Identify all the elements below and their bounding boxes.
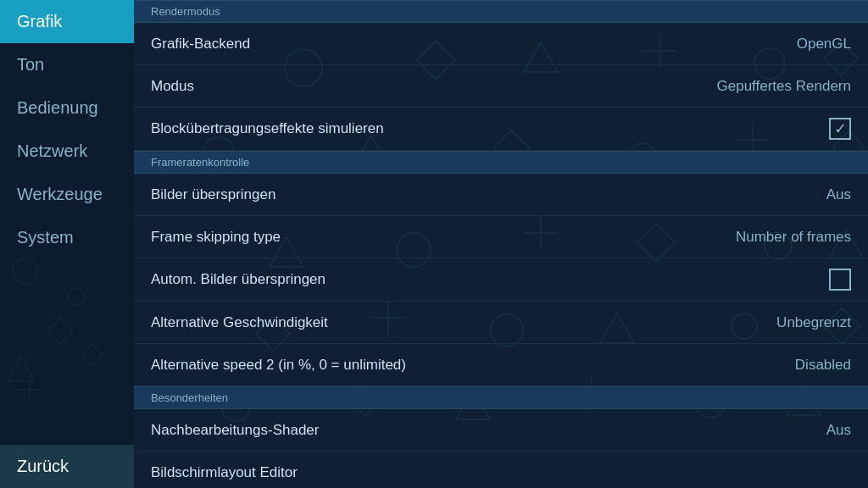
svg-point-5 bbox=[68, 288, 85, 305]
settings-content: Rendermodus Grafik-Backend OpenGL Modus … bbox=[134, 0, 868, 488]
sidebar-item-bedienung[interactable]: Bedienung bbox=[0, 86, 134, 130]
section-header-besonderheiten: Besonderheiten bbox=[134, 386, 868, 409]
setting-autom-bilder[interactable]: Autom. Bilder überspringen bbox=[134, 258, 868, 302]
sidebar: Grafik Ton Bedienung Netzwerk Werkzeuge … bbox=[0, 0, 134, 488]
setting-block-uebertragung[interactable]: Blockübertragungseffekte simulieren ✓ bbox=[134, 108, 868, 151]
setting-nachbearbeitungs-shader[interactable]: Nachbearbeitungs-Shader Aus bbox=[134, 409, 868, 452]
sidebar-item-werkzeuge[interactable]: Werkzeuge bbox=[0, 173, 134, 216]
svg-rect-1 bbox=[47, 318, 73, 344]
section-header-rendermodus: Rendermodus bbox=[134, 0, 868, 23]
checkbox-autom-unchecked[interactable] bbox=[829, 269, 851, 291]
setting-grafik-backend[interactable]: Grafik-Backend OpenGL bbox=[134, 23, 868, 65]
setting-bildschirmlayout-editor[interactable]: Bildschirmlayout Editor bbox=[134, 452, 868, 488]
setting-bilder-ueberspringen[interactable]: Bilder überspringen Aus bbox=[134, 174, 868, 216]
sidebar-item-netzwerk[interactable]: Netzwerk bbox=[0, 130, 134, 173]
svg-rect-6 bbox=[81, 344, 103, 365]
sidebar-item-system[interactable]: System bbox=[0, 216, 134, 259]
sidebar-item-ton[interactable]: Ton bbox=[0, 43, 134, 86]
setting-alternative-speed2[interactable]: Alternative speed 2 (in %, 0 = unlimited… bbox=[134, 344, 868, 386]
section-header-frameratenkontrolle: Frameratenkontrolle bbox=[134, 151, 868, 174]
setting-alternative-geschwindigkeit[interactable]: Alternative Geschwindigkeit Unbegrenzt bbox=[134, 302, 868, 344]
setting-modus[interactable]: Modus Gepuffertes Rendern bbox=[134, 65, 868, 108]
svg-point-0 bbox=[13, 258, 38, 284]
main-content: Rendermodus Grafik-Backend OpenGL Modus … bbox=[134, 0, 868, 488]
back-button[interactable]: Zurück bbox=[0, 445, 134, 488]
checkbox-block-checked[interactable]: ✓ bbox=[829, 118, 851, 140]
svg-marker-2 bbox=[8, 356, 34, 381]
sidebar-item-grafik[interactable]: Grafik bbox=[0, 0, 134, 43]
setting-frame-skipping-type[interactable]: Frame skipping type Number of frames bbox=[134, 216, 868, 258]
